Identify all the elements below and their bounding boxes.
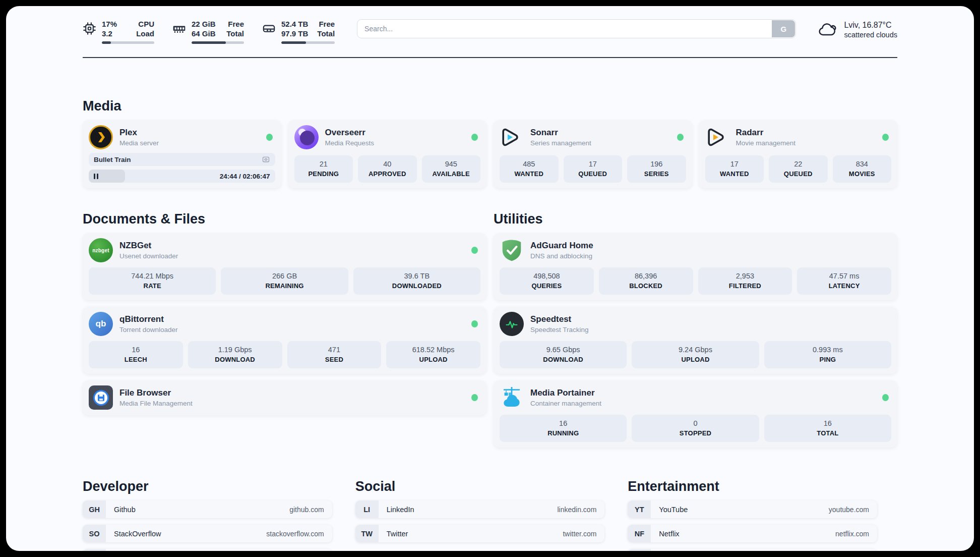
- stat-value: 40: [360, 159, 415, 169]
- app-title: Radarr: [736, 127, 796, 138]
- status-online-dot: [471, 134, 478, 141]
- bookmark-abbr: NF: [628, 525, 651, 542]
- bookmark-name: YouTube: [651, 500, 688, 518]
- speedtest-card[interactable]: Speedtest Speedtest Tracking 9.65 Gbps D…: [494, 307, 897, 374]
- bookmark-linkedin[interactable]: LI LinkedIn linkedin.com: [355, 500, 605, 518]
- bookmark-abbr: SO: [83, 525, 106, 542]
- stat-value: 0: [634, 419, 757, 428]
- bookmark-name: Reddit: [651, 549, 680, 551]
- stat-label: UPLOAD: [388, 355, 478, 364]
- stat-label: LEECH: [91, 355, 181, 364]
- stat-value: 16: [91, 345, 181, 354]
- adguard-card[interactable]: AdGuard Home DNS and adblocking 498,508 …: [494, 233, 897, 300]
- stat-filtered: 2,953 FILTERED: [698, 267, 792, 295]
- dashboard-page: 17% 3.2 CPU Load: [6, 6, 974, 551]
- overseerr-card[interactable]: Overseerr Media Requests 21 PENDING 40 A…: [288, 120, 487, 188]
- radarr-icon: [705, 125, 729, 149]
- ram-progressbar: [192, 41, 244, 44]
- utilities-column: Utilities: [494, 211, 897, 448]
- stat-value: 22: [771, 159, 826, 169]
- stat-queued: 17 QUEUED: [564, 155, 623, 183]
- cpu-metric: 17% 3.2 CPU Load: [83, 19, 154, 44]
- weather-location-temp: Lviv, 16.87°C: [844, 20, 897, 30]
- filebrowser-card[interactable]: File Browser Media File Management: [83, 380, 486, 415]
- bookmark-github[interactable]: GH Github github.com: [83, 500, 332, 518]
- status-online-dot: [677, 134, 684, 141]
- stat-blocked: 86,396 BLOCKED: [599, 267, 693, 295]
- cloud-icon: [817, 20, 837, 40]
- bookmark-dev[interactable]: DT DEV dev.to: [83, 549, 332, 551]
- bookmark-reddit[interactable]: RE Reddit reddit.com: [628, 549, 877, 551]
- qbittorrent-icon: qb: [89, 312, 113, 336]
- nzbget-card[interactable]: nzbget NZBGet Usenet downloader 744.21 M…: [83, 233, 486, 300]
- now-playing-title: Bullet Train: [94, 156, 262, 163]
- plex-icon: [89, 125, 113, 149]
- bookmark-stackoverflow[interactable]: SO StackOverflow stackoverflow.com: [83, 525, 332, 542]
- app-subtitle: DNS and adblocking: [530, 252, 593, 260]
- stat-download: 9.65 Gbps DOWNLOAD: [500, 341, 627, 368]
- bookmark-abbr: YT: [628, 500, 651, 518]
- stat-series: 196 SERIES: [627, 155, 686, 183]
- sonarr-icon: [500, 125, 524, 149]
- qbittorrent-card[interactable]: qb qBittorrent Torrent downloader 16 LEE…: [83, 307, 486, 374]
- stat-wanted: 485 WANTED: [500, 155, 559, 183]
- stat-value: 21: [296, 159, 351, 169]
- bookmark-netflix[interactable]: NF Netflix netflix.com: [628, 525, 877, 542]
- stat-queries: 498,508 QUERIES: [500, 267, 594, 295]
- entertainment-column: Entertainment YT YouTube youtube.com NF …: [628, 479, 877, 551]
- developer-column: Developer GH Github github.com SO StackO…: [83, 479, 332, 551]
- stat-remaining: 266 GB REMAINING: [221, 267, 348, 295]
- app-subtitle: Container management: [530, 399, 601, 408]
- radarr-card[interactable]: Radarr Movie management 17 WANTED 22 QUE…: [699, 120, 898, 188]
- stat-label: AVAILABLE: [424, 170, 479, 178]
- stat-downloaded: 39.6 TB DOWNLOADED: [353, 267, 480, 295]
- disk-progress-fill: [281, 41, 306, 44]
- app-subtitle: Speedtest Tracking: [530, 325, 589, 334]
- bookmark-url: github.com: [289, 500, 332, 518]
- documents-column: Documents & Files nzbget NZBGet Usenet d…: [83, 211, 486, 448]
- stat-label: APPROVED: [360, 170, 415, 178]
- social-column: Social LI LinkedIn linkedin.com TW Twitt…: [355, 479, 605, 551]
- cpu-progressbar: [102, 41, 154, 44]
- playback-time: 24:44 / 02:06:47: [220, 173, 270, 180]
- stat-ping: 0.993 ms PING: [764, 341, 891, 368]
- ram-free-value: 22 GiB: [192, 19, 216, 29]
- stat-label: LATENCY: [799, 282, 889, 290]
- section-title-social: Social: [355, 479, 605, 494]
- cpu-load-value: 3.2: [102, 29, 117, 38]
- cpu-icon: [83, 22, 96, 35]
- stat-total: 16 TOTAL: [764, 415, 891, 442]
- stat-available: 945 AVAILABLE: [422, 155, 481, 183]
- stat-movies: 834 MOVIES: [833, 155, 892, 183]
- bookmark-name: StackOverflow: [106, 525, 161, 542]
- disk-label-bottom: Total: [317, 29, 335, 38]
- section-title-entertainment: Entertainment: [628, 479, 877, 494]
- disk-free-value: 52.4 TB: [281, 19, 308, 29]
- bookmark-url: youtube.com: [829, 500, 877, 518]
- stat-label: FILTERED: [700, 282, 790, 290]
- stat-value: 618.52 Mbps: [388, 345, 478, 354]
- stat-value: 744.21 Mbps: [91, 271, 214, 281]
- stat-value: 39.6 TB: [355, 271, 478, 281]
- search-bar: G: [357, 19, 796, 38]
- portainer-card[interactable]: Media Portainer Container management 16 …: [494, 380, 897, 448]
- bookmark-abbr: LI: [355, 500, 379, 518]
- search-input[interactable]: [357, 19, 796, 38]
- app-title: Plex: [119, 127, 159, 138]
- sonarr-card[interactable]: Sonarr Series management 485 WANTED 17 Q…: [494, 120, 692, 188]
- playback-progress-row: 24:44 / 02:06:47: [89, 170, 275, 183]
- section-title-media: Media: [83, 98, 897, 114]
- bookmark-url: netflix.com: [835, 525, 877, 542]
- weather-condition: scattered clouds: [844, 30, 897, 40]
- bookmark-twitter[interactable]: TW Twitter twitter.com: [355, 525, 605, 542]
- plex-card[interactable]: Plex Media server Bullet Train: [83, 120, 281, 188]
- bookmark-youtube[interactable]: YT YouTube youtube.com: [628, 500, 877, 518]
- app-title: Speedtest: [530, 314, 589, 324]
- header-divider: [83, 57, 897, 58]
- search-engine-button[interactable]: G: [772, 20, 795, 37]
- nzbget-icon: nzbget: [89, 238, 113, 262]
- ram-icon: [172, 22, 186, 35]
- pause-icon[interactable]: [94, 174, 101, 179]
- bookmark-abbr: DT: [83, 549, 106, 551]
- speedtest-icon: [500, 312, 524, 336]
